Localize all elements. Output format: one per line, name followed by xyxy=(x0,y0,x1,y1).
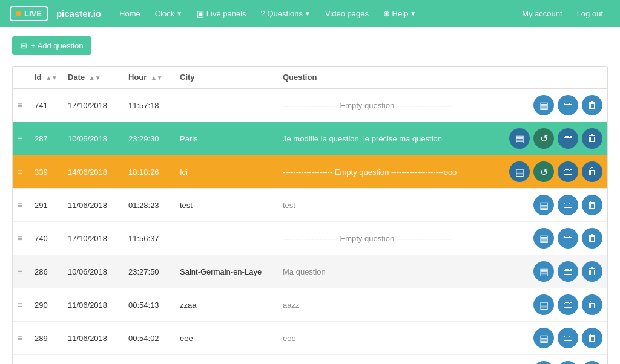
delete-button[interactable]: 🗑 xyxy=(582,161,602,182)
cell-hour: 01:28:23 xyxy=(124,189,175,222)
my-account-link[interactable]: My account xyxy=(515,0,569,27)
monitor-button[interactable]: ▤ xyxy=(533,328,554,348)
cell-question: Ma question xyxy=(278,255,504,288)
table-row: ≡29011/06/201800:54:13zzaaaazz▤🗃🗑 xyxy=(13,288,607,322)
delete-button[interactable]: 🗑 xyxy=(582,128,602,149)
action-buttons: ▤🗃🗑 xyxy=(509,294,602,315)
col-hour-header[interactable]: Hour ▲▼ xyxy=(124,67,175,88)
monitor-button[interactable]: ▤ xyxy=(533,95,554,115)
col-date-header[interactable]: Date ▲▼ xyxy=(63,67,124,88)
col-drag xyxy=(13,67,30,88)
question-text: Je modifie la question, je précise ma qu… xyxy=(283,134,442,143)
cell-actions: ▤↺🗃🗑 xyxy=(504,122,607,155)
cell-id: 289 xyxy=(30,322,63,355)
clock-button[interactable]: ↺ xyxy=(533,161,554,182)
drag-handle[interactable]: ≡ xyxy=(18,300,22,310)
action-buttons: ▤🗃🗑 xyxy=(509,95,602,115)
delete-button[interactable]: 🗑 xyxy=(582,95,602,115)
cell-hour: 23:29:30 xyxy=(124,122,175,155)
table-row: ≡28610/06/201823:27:50Saint-Germain-en-L… xyxy=(13,255,607,288)
brand-link[interactable]: picaster.io xyxy=(56,8,101,19)
delete-button[interactable]: 🗑 xyxy=(582,328,602,348)
drag-handle[interactable]: ≡ xyxy=(18,333,22,343)
cell-actions: ▤🗃🗑 xyxy=(504,322,607,355)
cell-id: 741 xyxy=(30,88,63,122)
archive-button[interactable]: 🗃 xyxy=(558,95,578,115)
archive-button[interactable]: 🗃 xyxy=(558,261,578,282)
log-out-link[interactable]: Log out xyxy=(570,0,610,27)
main-content: ⊞ + Add question Id ▲▼ Date ▲▼ Hour ▲▼ C… xyxy=(0,27,620,364)
nav-live-panels[interactable]: ▣ Live panels xyxy=(190,0,253,27)
cell-question: eee xyxy=(278,322,504,355)
table-body: ≡74117/10/201811:57:18------------------… xyxy=(13,88,607,364)
cell-id: 288 xyxy=(30,355,63,365)
delete-button[interactable]: 🗑 xyxy=(582,361,602,364)
action-buttons: ▤🗃🗑 xyxy=(509,228,602,249)
cell-city: eee xyxy=(175,322,278,355)
delete-button[interactable]: 🗑 xyxy=(582,195,602,215)
archive-button[interactable]: 🗃 xyxy=(558,195,578,215)
question-text: ------------------- Empty question -----… xyxy=(283,167,457,177)
drag-handle[interactable]: ≡ xyxy=(18,134,22,143)
question-text: eee xyxy=(283,334,296,343)
monitor-button[interactable]: ▤ xyxy=(509,128,530,149)
cell-question: --------------------- Empty question ---… xyxy=(278,88,504,122)
archive-button[interactable]: 🗃 xyxy=(558,328,578,348)
drag-handle[interactable]: ≡ xyxy=(18,233,22,243)
action-buttons: ▤🗃🗑 xyxy=(509,195,602,215)
archive-button[interactable]: 🗃 xyxy=(558,161,578,182)
col-city-header: City xyxy=(175,67,278,88)
drag-handle[interactable]: ≡ xyxy=(18,100,22,110)
cell-city: zzaa xyxy=(175,288,278,322)
action-buttons: ▤🗃🗑 xyxy=(509,328,602,348)
action-buttons: ▤🗃🗑 xyxy=(509,361,602,364)
archive-button[interactable]: 🗃 xyxy=(558,294,578,315)
drag-handle[interactable]: ≡ xyxy=(18,200,22,210)
nav-video-pages[interactable]: Video pages xyxy=(318,0,376,27)
cell-city: test xyxy=(175,355,278,365)
cell-id: 290 xyxy=(30,288,63,322)
help-caret: ▼ xyxy=(410,10,416,17)
cell-date: 11/06/2018 xyxy=(63,322,124,355)
archive-button[interactable]: 🗃 xyxy=(558,361,578,364)
cell-city xyxy=(175,88,278,122)
monitor-button[interactable]: ▤ xyxy=(533,195,554,215)
question-text: --------------------- Empty question ---… xyxy=(283,101,452,110)
action-buttons: ▤↺🗃🗑 xyxy=(509,128,602,149)
questions-table-wrap: Id ▲▼ Date ▲▼ Hour ▲▼ City Question ≡741… xyxy=(12,66,608,364)
cell-date: 11/06/2018 xyxy=(63,189,124,222)
drag-handle[interactable]: ≡ xyxy=(18,267,22,276)
archive-button[interactable]: 🗃 xyxy=(558,228,578,249)
archive-button[interactable]: 🗃 xyxy=(558,128,578,149)
table-header: Id ▲▼ Date ▲▼ Hour ▲▼ City Question xyxy=(13,67,607,88)
table-row: ≡28710/06/201823:29:30ParisJe modifie la… xyxy=(13,122,607,155)
navbar: LIVE picaster.io Home Clock ▼ ▣ Live pan… xyxy=(0,0,620,27)
date-sort-icon: ▲▼ xyxy=(89,74,101,81)
cell-city: test xyxy=(175,189,278,222)
delete-button[interactable]: 🗑 xyxy=(582,261,602,282)
monitor-button[interactable]: ▤ xyxy=(533,361,554,364)
question-text: Ma question xyxy=(283,267,326,276)
table-row: ≡29111/06/201801:28:23testtest▤🗃🗑 xyxy=(13,189,607,222)
add-question-button[interactable]: ⊞ + Add question xyxy=(12,36,91,55)
nav-questions[interactable]: ? Questions ▼ xyxy=(254,0,318,27)
delete-button[interactable]: 🗑 xyxy=(582,294,602,315)
cell-id: 287 xyxy=(30,122,63,155)
live-label: LIVE xyxy=(24,9,42,18)
cell-date: 17/10/2018 xyxy=(63,222,124,255)
col-id-header[interactable]: Id ▲▼ xyxy=(30,67,63,88)
clock-button[interactable]: ↺ xyxy=(533,128,554,149)
delete-button[interactable]: 🗑 xyxy=(582,228,602,249)
nav-help[interactable]: ⊕ Help ▼ xyxy=(376,0,423,27)
nav-home[interactable]: Home xyxy=(112,0,148,27)
monitor-button[interactable]: ▤ xyxy=(533,261,554,282)
cell-date: 10/06/2018 xyxy=(63,255,124,288)
nav-clock[interactable]: Clock ▼ xyxy=(148,0,190,27)
monitor-button[interactable]: ▤ xyxy=(533,294,554,315)
monitor-button[interactable]: ▤ xyxy=(533,228,554,249)
navbar-links: Home Clock ▼ ▣ Live panels ? Questions ▼… xyxy=(112,0,515,27)
cell-city: Ici xyxy=(175,155,278,189)
cell-question: Je modifie la question, je précise ma qu… xyxy=(278,122,504,155)
drag-handle[interactable]: ≡ xyxy=(18,167,22,177)
monitor-button[interactable]: ▤ xyxy=(509,161,530,182)
